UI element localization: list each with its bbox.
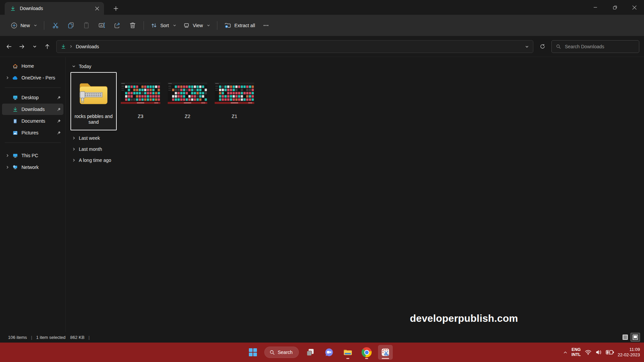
- group-header-last-week[interactable]: Last week: [72, 132, 644, 143]
- sidebar-separator: [5, 142, 61, 143]
- clock[interactable]: 11:09 22-02-2023: [618, 347, 640, 358]
- sidebar-item-downloads[interactable]: Downloads: [2, 104, 63, 115]
- share-button[interactable]: [109, 19, 125, 32]
- up-button[interactable]: [41, 41, 54, 53]
- sort-button[interactable]: Sort: [147, 19, 180, 32]
- group-header-long-time-ago[interactable]: A long time ago: [72, 155, 644, 166]
- chevron-down-icon: [173, 23, 176, 27]
- sidebar-item-pictures[interactable]: Pictures: [2, 127, 63, 138]
- forward-button[interactable]: [15, 41, 28, 53]
- this-pc-icon: [11, 153, 19, 159]
- sidebar-item-label: Network: [21, 165, 55, 170]
- taskbar-search-label: Search: [278, 350, 292, 355]
- chevron-right-icon[interactable]: [4, 154, 11, 158]
- chevron-right-icon[interactable]: [72, 158, 76, 162]
- pictures-icon: [11, 130, 19, 136]
- sidebar-item-documents[interactable]: Documents: [2, 115, 63, 127]
- language-indicator[interactable]: ENG INTL: [572, 347, 581, 357]
- breadcrumb-folder[interactable]: Downloads: [76, 44, 99, 49]
- group-label: Last month: [79, 146, 102, 152]
- pin-icon: [55, 96, 62, 100]
- file-explorer-button[interactable]: [340, 345, 355, 360]
- file-tile-z3[interactable]: Z3: [117, 72, 164, 130]
- file-tile-z2[interactable]: Z2: [164, 72, 211, 130]
- sidebar-item-onedrive[interactable]: OneDrive - Persona: [2, 72, 63, 83]
- search-box[interactable]: [551, 40, 639, 53]
- group-label: Last week: [79, 135, 100, 141]
- network-icon: [11, 165, 19, 170]
- search-input[interactable]: [564, 44, 635, 50]
- extract-folder-icon: [224, 22, 231, 29]
- toolbar-separator: [217, 21, 217, 30]
- explorer-tab[interactable]: Downloads: [5, 2, 104, 15]
- chat-button[interactable]: [322, 345, 336, 360]
- chevron-right-icon[interactable]: [72, 136, 76, 140]
- navigation-pane: Home OneDrive - Persona: [0, 57, 66, 332]
- file-name: Z1: [214, 114, 255, 119]
- file-tile-z1[interactable]: Z1: [211, 72, 258, 130]
- sidebar-item-label: Documents: [21, 118, 55, 124]
- address-bar: Downloads: [0, 36, 644, 57]
- delete-button[interactable]: [125, 19, 140, 32]
- volume-icon[interactable]: [595, 349, 602, 355]
- close-button[interactable]: [625, 0, 644, 15]
- back-button[interactable]: [3, 41, 15, 53]
- recent-locations-chevron[interactable]: [28, 41, 41, 53]
- more-options-button[interactable]: [258, 19, 274, 32]
- chevron-down-icon: [207, 23, 210, 27]
- sidebar-item-desktop[interactable]: Desktop: [2, 92, 63, 103]
- taskbar: Search: [0, 343, 644, 362]
- rename-button[interactable]: A: [94, 19, 109, 32]
- pin-icon: [55, 119, 62, 123]
- chevron-right-icon[interactable]: [72, 147, 76, 151]
- paste-button[interactable]: [78, 19, 94, 32]
- snipping-tool-button[interactable]: [378, 345, 393, 360]
- onedrive-cloud-icon: [11, 75, 19, 80]
- file-list-area: Today: [66, 57, 644, 332]
- file-tile-zip-selected[interactable]: rocks pebbles and sand: [70, 72, 117, 130]
- file-name: Z3: [120, 114, 161, 119]
- minimize-button[interactable]: [586, 0, 605, 15]
- start-button[interactable]: [246, 345, 260, 360]
- sort-arrows-icon: [151, 22, 157, 29]
- group-header-last-month[interactable]: Last month: [72, 143, 644, 155]
- cut-button[interactable]: [48, 19, 63, 32]
- search-icon: [556, 44, 561, 49]
- group-header-today[interactable]: Today: [72, 62, 644, 71]
- task-view-button[interactable]: [303, 345, 318, 360]
- toolbar-separator: [44, 21, 44, 30]
- file-explorer-window: Downloads Ne: [0, 0, 644, 343]
- tab-close-icon[interactable]: [93, 4, 101, 13]
- sidebar-item-home[interactable]: Home: [2, 60, 63, 72]
- sidebar-separator: [5, 87, 61, 88]
- download-icon: [10, 6, 16, 11]
- wifi-icon[interactable]: [585, 349, 592, 355]
- active-indicator: [382, 358, 389, 359]
- sidebar-item-network[interactable]: Network: [2, 162, 63, 173]
- new-tab-button[interactable]: [111, 4, 121, 13]
- chrome-button[interactable]: [359, 345, 374, 360]
- extract-all-button[interactable]: Extract all: [221, 19, 258, 32]
- tray-chevron-up-icon[interactable]: [563, 350, 568, 355]
- details-view-toggle[interactable]: [622, 334, 629, 341]
- selection-count: 1 item selected: [36, 335, 65, 340]
- chevron-down-icon[interactable]: [72, 64, 76, 68]
- sidebar-item-this-pc[interactable]: This PC: [2, 150, 63, 161]
- running-indicator: [365, 358, 368, 359]
- file-name: Z2: [167, 114, 208, 119]
- items-count: 106 items: [8, 335, 27, 340]
- restore-button[interactable]: [605, 0, 625, 15]
- taskbar-search[interactable]: Search: [264, 347, 299, 358]
- home-icon: [11, 63, 19, 69]
- battery-icon[interactable]: [606, 350, 614, 355]
- chevron-right-icon[interactable]: [4, 76, 11, 80]
- view-button[interactable]: View: [180, 19, 214, 32]
- refresh-button[interactable]: [536, 41, 549, 53]
- screenshot-thumbnail: [121, 82, 160, 104]
- thumbnail-view-toggle[interactable]: [631, 333, 640, 342]
- copy-button[interactable]: [63, 19, 78, 32]
- new-button[interactable]: New: [7, 19, 41, 32]
- address-dropdown-chevron[interactable]: [525, 45, 529, 49]
- address-field[interactable]: Downloads: [56, 40, 533, 53]
- chevron-right-icon[interactable]: [4, 165, 11, 169]
